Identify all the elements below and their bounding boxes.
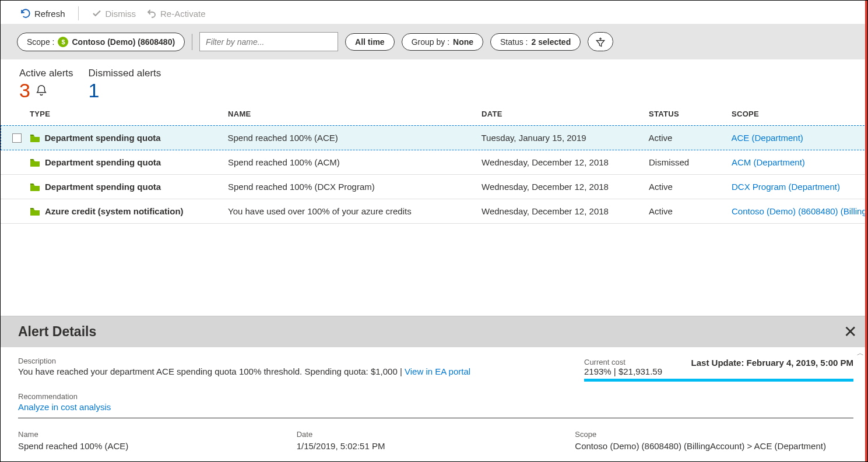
- row-type: Department spending quota: [45, 182, 161, 192]
- dismissed-alerts-count: 1: [89, 80, 100, 100]
- active-alerts-count: 3: [19, 80, 30, 100]
- scope-value: Contoso (Demo) (8608480): [72, 37, 175, 47]
- bell-icon: [35, 83, 48, 97]
- row-type: Azure credit (system notification): [45, 206, 184, 216]
- description-label: Description: [18, 357, 584, 365]
- row-scope-link[interactable]: ACE (Department): [732, 133, 867, 143]
- analyze-cost-link[interactable]: Analyze in cost analysis: [18, 402, 111, 412]
- row-status: Dismissed: [649, 157, 732, 167]
- details-header: Alert Details ✕: [1, 316, 867, 347]
- table-row[interactable]: Azure credit (system notification) You h…: [1, 199, 867, 224]
- table-header: TYPE NAME DATE STATUS SCOPE: [1, 103, 867, 125]
- alert-type-icon: [30, 134, 40, 142]
- chevron-up-icon: ︿: [857, 349, 864, 357]
- current-cost-value: 2193% | $21,931.59: [584, 366, 662, 376]
- recommendation-label: Recommendation: [18, 392, 853, 401]
- close-icon: ✕: [844, 323, 857, 341]
- add-filter-button[interactable]: [588, 32, 613, 51]
- col-name[interactable]: NAME: [228, 110, 482, 118]
- active-alerts-summary: Active alerts 3: [19, 68, 73, 100]
- scope-badge-icon: $: [58, 37, 68, 47]
- command-toolbar: Refresh Dismiss Re-Activate: [1, 1, 867, 24]
- current-cost-label: Current cost: [584, 358, 662, 366]
- row-scope-link[interactable]: DCX Program (Department): [732, 182, 867, 192]
- table-row[interactable]: Department spending quota Spend reached …: [1, 175, 867, 199]
- status-prefix: Status :: [500, 37, 528, 47]
- cost-progress-bar: [584, 379, 853, 382]
- refresh-button[interactable]: Refresh: [20, 8, 65, 19]
- col-type[interactable]: TYPE: [30, 110, 228, 118]
- details-title: Alert Details: [18, 324, 96, 340]
- row-scope-link[interactable]: ACM (Department): [732, 157, 867, 167]
- refresh-icon: [20, 8, 31, 19]
- detail-date-value: 1/15/2019, 5:02:51 PM: [297, 441, 575, 451]
- row-status: Active: [649, 206, 732, 216]
- row-type: Department spending quota: [45, 133, 161, 143]
- row-name: Spend reached 100% (DCX Program): [228, 182, 482, 192]
- status-value: 2 selected: [532, 37, 571, 47]
- checkmark-icon: [92, 8, 102, 19]
- row-status: Active: [649, 182, 732, 192]
- scroll-up-affordance[interactable]: ︿: [857, 348, 864, 358]
- groupby-filter[interactable]: Group by : None: [402, 33, 483, 51]
- dismissed-alerts-label: Dismissed alerts: [89, 68, 161, 79]
- dismiss-label: Dismiss: [106, 9, 136, 19]
- last-update-text: Last Update: February 4, 2019, 5:00 PM: [691, 358, 853, 368]
- status-filter[interactable]: Status : 2 selected: [490, 33, 581, 51]
- alert-details-panel: Alert Details ✕ ︿ Description You have r…: [1, 316, 867, 461]
- table-row[interactable]: Department spending quota Spend reached …: [1, 150, 867, 175]
- filter-funnel-icon: [595, 36, 606, 48]
- row-status: Active: [649, 133, 732, 143]
- alert-type-icon: [30, 158, 40, 167]
- detail-date-label: Date: [297, 430, 575, 439]
- row-date: Wednesday, December 12, 2018: [482, 157, 649, 167]
- scope-prefix: Scope :: [27, 37, 54, 47]
- close-details-button[interactable]: ✕: [844, 322, 859, 341]
- row-scope-link[interactable]: Contoso (Demo) (8608480) (Billing accoun…: [732, 206, 867, 216]
- row-checkbox[interactable]: [12, 133, 22, 143]
- row-name: You have used over 100% of your azure cr…: [228, 206, 482, 216]
- detail-scope-value: Contoso (Demo) (8608480) (BillingAccount…: [575, 441, 853, 451]
- dismiss-button[interactable]: Dismiss: [92, 8, 136, 19]
- col-date[interactable]: DATE: [482, 110, 649, 118]
- reactivate-label: Re-Activate: [160, 9, 206, 19]
- time-value: All time: [355, 37, 385, 47]
- row-type: Department spending quota: [45, 157, 161, 167]
- view-ea-portal-link[interactable]: View in EA portal: [405, 366, 470, 376]
- alerts-table: TYPE NAME DATE STATUS SCOPE Department s…: [1, 103, 867, 316]
- detail-scope-label: Scope: [575, 430, 853, 439]
- name-filter-input[interactable]: [199, 32, 338, 51]
- row-name: Spend reached 100% (ACM): [228, 157, 482, 167]
- alert-type-icon: [30, 207, 40, 216]
- filter-bar: Scope : $ Contoso (Demo) (8608480) All t…: [1, 24, 867, 59]
- alert-type-icon: [30, 183, 40, 191]
- details-divider: [18, 418, 853, 418]
- groupby-prefix: Group by :: [412, 37, 449, 47]
- description-separator: |: [400, 366, 405, 376]
- scope-selector[interactable]: Scope : $ Contoso (Demo) (8608480): [17, 33, 185, 51]
- active-alerts-label: Active alerts: [19, 68, 73, 79]
- row-date: Wednesday, December 12, 2018: [482, 182, 649, 192]
- description-text: You have reached your department ACE spe…: [18, 366, 398, 376]
- col-status[interactable]: STATUS: [649, 110, 732, 118]
- groupby-value: None: [453, 37, 473, 47]
- filter-separator: [192, 34, 192, 50]
- refresh-label: Refresh: [34, 9, 65, 19]
- alert-summary: Active alerts 3 Dismissed alerts 1: [1, 59, 867, 103]
- dismissed-alerts-summary: Dismissed alerts 1: [89, 68, 161, 100]
- undo-icon: [146, 8, 157, 19]
- detail-name-label: Name: [18, 430, 297, 439]
- reactivate-button[interactable]: Re-Activate: [146, 8, 206, 19]
- col-scope[interactable]: SCOPE: [732, 110, 867, 118]
- row-name: Spend reached 100% (ACE): [228, 133, 482, 143]
- time-filter[interactable]: All time: [345, 33, 395, 51]
- table-row[interactable]: Department spending quota Spend reached …: [1, 125, 867, 150]
- row-date: Wednesday, December 12, 2018: [482, 206, 649, 216]
- toolbar-separator: [78, 6, 79, 20]
- row-date: Tuesday, January 15, 2019: [482, 133, 649, 143]
- detail-name-value: Spend reached 100% (ACE): [18, 441, 297, 451]
